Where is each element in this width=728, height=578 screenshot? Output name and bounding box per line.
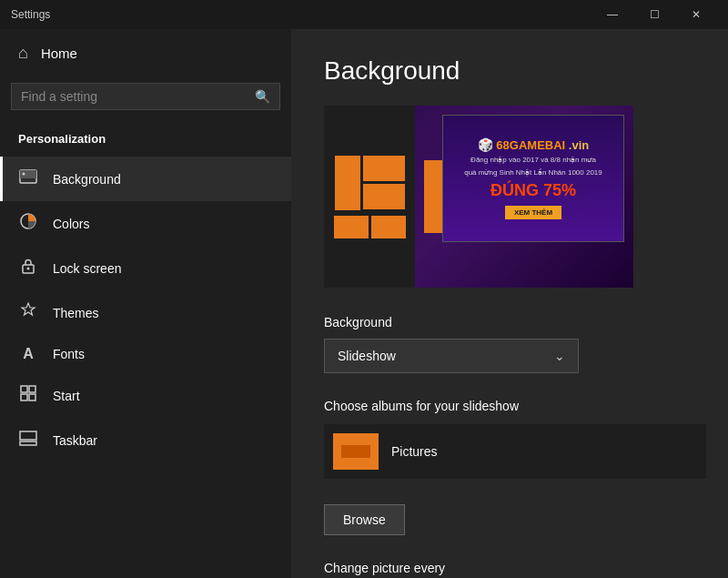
app-title: Settings	[11, 8, 50, 21]
svg-rect-8	[21, 394, 27, 401]
sidebar-item-themes[interactable]: Themes	[0, 290, 291, 335]
album-thumb-inner	[341, 445, 370, 458]
orange-small-row	[334, 216, 406, 238]
sidebar: ⌂ Home 🔍 Personalization Background	[0, 29, 291, 578]
sidebar-label-colors: Colors	[53, 217, 89, 231]
dropdown-chevron-icon: ⌄	[554, 349, 565, 363]
sidebar-label-taskbar: Taskbar	[53, 433, 97, 448]
content-area: Background	[291, 29, 728, 578]
sidebar-label-themes: Themes	[53, 306, 99, 320]
minimize-button[interactable]: —	[592, 0, 633, 29]
window-controls: — ☐ ✕	[592, 0, 717, 29]
background-preview: Aa 🎲 68GAMEBAI .vin Đăng nhập vào 2017 v…	[324, 106, 633, 288]
svg-rect-6	[21, 386, 27, 392]
svg-rect-7	[29, 386, 35, 392]
preview-left-panel	[324, 106, 415, 288]
svg-rect-10	[20, 441, 36, 445]
section-label: Personalization	[0, 125, 291, 157]
themes-icon	[18, 301, 38, 324]
sidebar-item-taskbar[interactable]: Taskbar	[0, 418, 291, 462]
search-box: 🔍	[11, 83, 280, 110]
ad-percent: ĐÚNG 75%	[490, 181, 576, 200]
albums-group: Choose albums for your slideshow Picture…	[324, 399, 695, 479]
ad-text1: Đăng nhập vào 2017 và 8/8 nhận mưa	[470, 156, 596, 165]
sidebar-item-fonts[interactable]: A Fonts	[0, 335, 291, 373]
sidebar-label-fonts: Fonts	[53, 347, 85, 361]
ad-button: XEM THÊM	[505, 206, 561, 219]
maximize-button[interactable]: ☐	[633, 0, 675, 29]
choose-albums-label: Choose albums for your slideshow	[324, 399, 695, 413]
sidebar-label-start: Start	[53, 389, 80, 403]
orange-sm-1	[334, 216, 369, 238]
page-title: Background	[324, 56, 695, 86]
home-label: Home	[41, 46, 77, 61]
start-icon	[18, 384, 38, 407]
sidebar-item-lock-screen[interactable]: Lock screen	[0, 246, 291, 290]
sidebar-item-background[interactable]: Background	[0, 157, 291, 201]
close-button[interactable]: ✕	[675, 0, 717, 29]
ad-banner: 🎲 68GAMEBAI .vin Đăng nhập vào 2017 và 8…	[442, 115, 624, 242]
sidebar-label-background: Background	[53, 172, 121, 187]
lock-icon	[18, 257, 38, 279]
taskbar-icon	[18, 429, 38, 451]
background-dropdown-value: Slideshow	[338, 349, 396, 363]
background-setting-group: Background Slideshow ⌄	[324, 315, 695, 373]
sidebar-item-colors[interactable]: Colors	[0, 201, 291, 246]
album-name: Pictures	[391, 444, 438, 459]
home-icon: ⌂	[18, 44, 28, 63]
album-item-pictures[interactable]: Pictures	[324, 424, 706, 479]
background-dropdown[interactable]: Slideshow ⌄	[324, 339, 579, 373]
ad-text2: quà mừng Sinh Nhật Lần Nhân 1000 2019	[464, 168, 602, 177]
preview-inner: Aa 🎲 68GAMEBAI .vin Đăng nhập vào 2017 v…	[324, 106, 633, 288]
sidebar-label-lock-screen: Lock screen	[53, 261, 121, 276]
search-icon: 🔍	[255, 89, 270, 104]
background-icon	[18, 167, 38, 190]
album-thumbnail	[333, 433, 379, 470]
sidebar-home[interactable]: ⌂ Home	[0, 29, 291, 77]
browse-button[interactable]: Browse	[324, 504, 405, 535]
colors-icon	[18, 212, 38, 235]
change-picture-group: Change picture every 30 minutes ⌄	[324, 561, 695, 578]
fonts-icon: A	[18, 346, 38, 362]
sidebar-item-start[interactable]: Start	[0, 373, 291, 418]
svg-rect-9	[29, 394, 35, 401]
svg-rect-11	[20, 431, 36, 440]
background-setting-label: Background	[324, 315, 695, 330]
svg-point-5	[27, 268, 30, 270]
search-input[interactable]	[21, 89, 255, 104]
orange-sm-2	[371, 216, 406, 238]
title-bar: Settings — ☐ ✕	[0, 0, 728, 29]
ad-logo: 🎲 68GAMEBAI .vin	[478, 137, 590, 152]
change-picture-label: Change picture every	[324, 561, 695, 575]
svg-point-2	[23, 173, 25, 176]
main-layout: ⌂ Home 🔍 Personalization Background	[0, 29, 728, 578]
